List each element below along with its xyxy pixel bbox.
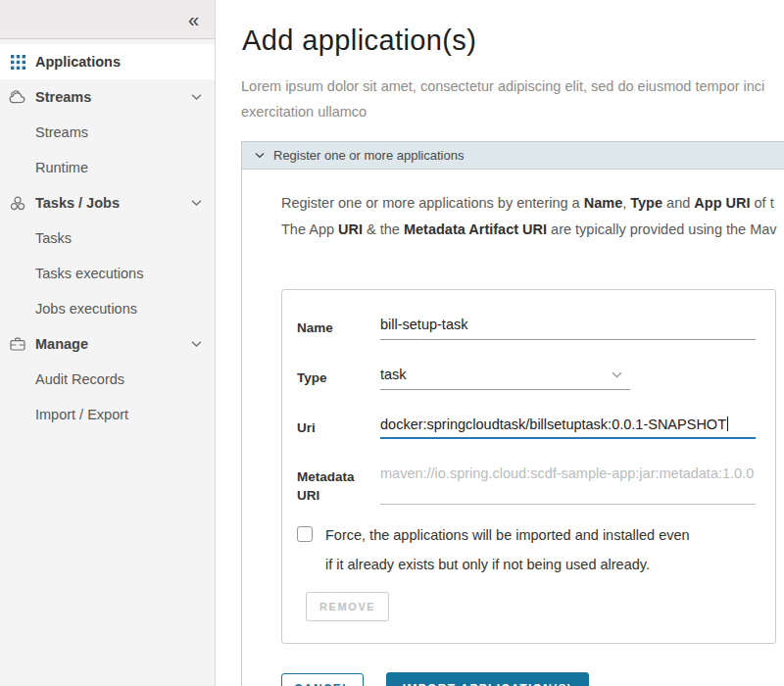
sidebar-nav: Applications Streams Streams Runtime <box>0 39 215 432</box>
page-intro: Lorem ipsum dolor sit amet, consectetur … <box>241 74 784 124</box>
uri-input[interactable]: docker:springcloudtask/billsetuptask:0.0… <box>380 414 756 439</box>
chevron-down-icon <box>191 341 202 348</box>
sidebar-item-label: Applications <box>35 54 121 70</box>
sidebar-item-label: Tasks executions <box>35 266 143 281</box>
sidebar-item-tasks-executions[interactable]: Tasks executions <box>0 256 215 291</box>
metadata-label: Metadata URI <box>297 463 380 505</box>
force-checkbox-row: Force, the applications will be imported… <box>297 520 756 579</box>
metadata-uri-input[interactable]: maven://io.spring.cloud:scdf-sample-app:… <box>380 463 756 505</box>
sidebar-group-label: Streams <box>35 89 91 105</box>
sidebar-group-manage[interactable]: Manage <box>0 326 215 362</box>
sidebar-item-label: Jobs executions <box>35 301 137 317</box>
sidebar-group-streams[interactable]: Streams <box>0 79 215 115</box>
remove-button[interactable]: REMOVE <box>306 592 389 621</box>
sidebar-item-streams[interactable]: Streams <box>0 115 215 150</box>
accordion-panel-body: Register one or more applications by ent… <box>242 169 784 686</box>
chevron-down-icon <box>191 200 202 207</box>
sidebar-item-label: Tasks <box>35 230 72 246</box>
sidebar-item-tasks[interactable]: Tasks <box>0 220 215 256</box>
collapse-sidebar-icon[interactable]: « <box>188 10 199 29</box>
sidebar-item-label: Streams <box>35 124 88 140</box>
page-intro-line2: exercitation ullamco <box>241 99 784 124</box>
sidebar-group-tasks-jobs[interactable]: Tasks / Jobs <box>0 185 215 220</box>
chevron-down-icon <box>191 94 202 101</box>
form-actions: CANCEL IMPORT APPLICATION(S) <box>281 672 784 686</box>
applications-grid-icon <box>8 55 27 70</box>
select-chevron-icon <box>612 371 630 378</box>
accordion-panel: Register one or more applications Regist… <box>241 141 784 686</box>
sidebar-item-label: Import / Export <box>35 407 128 422</box>
name-field-row: Name bill-setup-task <box>297 314 756 340</box>
main-content: Add application(s) Lorem ipsum dolor sit… <box>217 0 784 686</box>
accordion-panel-header[interactable]: Register one or more applications <box>242 142 784 169</box>
sidebar-item-audit-records[interactable]: Audit Records <box>0 362 215 397</box>
name-label: Name <box>297 314 380 340</box>
uri-label: Uri <box>297 414 380 439</box>
sidebar-item-label: Audit Records <box>35 371 124 387</box>
type-select[interactable]: task <box>380 364 630 390</box>
sidebar-group-label: Manage <box>35 336 88 352</box>
cloud-icon <box>8 90 27 104</box>
cancel-button[interactable]: CANCEL <box>281 673 364 686</box>
chevron-down-icon <box>255 152 265 159</box>
metadata-field-row: Metadata URI maven://io.spring.cloud:scd… <box>297 463 756 505</box>
uri-field-row: Uri docker:springcloudtask/billsetuptask… <box>297 414 756 439</box>
panel-description-line2: The App URI & the Metadata Artifact URI … <box>281 217 784 243</box>
type-field-row: Type task <box>297 364 756 390</box>
sidebar: « Applications Streams <box>0 0 216 686</box>
application-form-card: Name bill-setup-task Type task Uri docke… <box>281 289 776 644</box>
panel-description-line1: Register one or more applications by ent… <box>281 190 784 217</box>
force-checkbox[interactable] <box>297 526 313 542</box>
text-cursor <box>727 416 728 431</box>
type-select-value: task <box>380 367 407 382</box>
sidebar-item-jobs-executions[interactable]: Jobs executions <box>0 291 215 326</box>
sidebar-item-label: Runtime <box>35 160 88 175</box>
sidebar-item-applications[interactable]: Applications <box>0 44 215 79</box>
type-label: Type <box>297 364 380 390</box>
panel-description: Register one or more applications by ent… <box>281 190 784 243</box>
force-checkbox-label: Force, the applications will be imported… <box>325 520 690 579</box>
page-intro-line1: Lorem ipsum dolor sit amet, consectetur … <box>241 74 784 99</box>
page-title: Add application(s) <box>242 24 784 57</box>
sidebar-header: « <box>0 0 215 39</box>
panel-title: Register one or more applications <box>273 148 464 163</box>
tasks-jobs-icon <box>8 196 27 211</box>
import-applications-button[interactable]: IMPORT APPLICATION(S) <box>386 672 589 686</box>
sidebar-item-import-export[interactable]: Import / Export <box>0 397 215 432</box>
sidebar-item-runtime[interactable]: Runtime <box>0 150 215 185</box>
sidebar-group-label: Tasks / Jobs <box>35 195 120 211</box>
name-input[interactable]: bill-setup-task <box>380 314 756 340</box>
briefcase-icon <box>8 337 27 351</box>
